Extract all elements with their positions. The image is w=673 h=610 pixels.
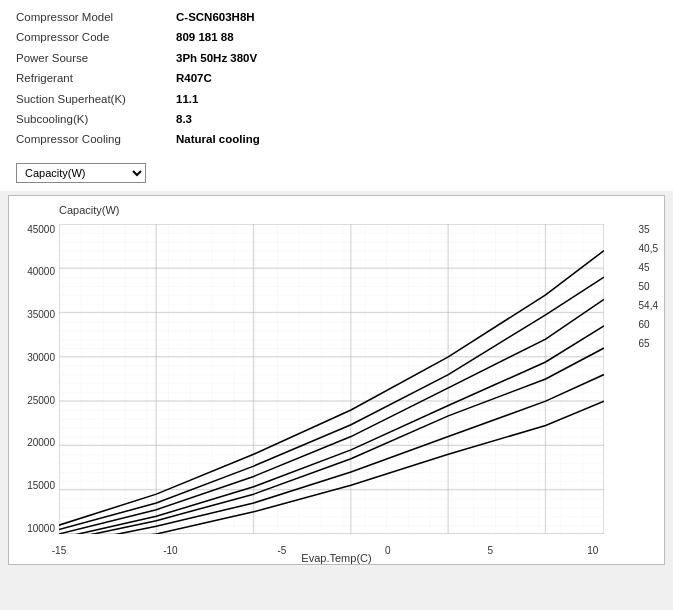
info-row-code: Compressor Code 809 181 88	[16, 28, 657, 46]
y-tick-20000: 20000	[27, 437, 55, 448]
y-tick-35000: 35000	[27, 309, 55, 320]
value-subcooling: 8.3	[176, 110, 192, 128]
label-power: Power Sourse	[16, 49, 176, 67]
x-axis-label: Evap.Temp(C)	[301, 552, 371, 564]
legend-35: 35	[639, 224, 658, 235]
legend-50: 50	[639, 281, 658, 292]
value-cooling: Natural cooling	[176, 130, 260, 148]
info-row-subcooling: Subcooling(K) 8.3	[16, 110, 657, 128]
legend-54.4: 54,4	[639, 300, 658, 311]
chart-container: Capacity(W) 45000 40000 35000 30000 2500…	[8, 195, 665, 565]
label-cooling: Compressor Cooling	[16, 130, 176, 148]
legend-60: 60	[639, 319, 658, 330]
chart-type-dropdown[interactable]: Capacity(W) Power Input(W) COP	[16, 163, 146, 183]
value-superheat: 11.1	[176, 90, 198, 108]
dropdown-row: Capacity(W) Power Input(W) COP	[0, 157, 673, 191]
y-tick-30000: 30000	[27, 352, 55, 363]
x-tick-0: 0	[385, 545, 391, 556]
legend-45: 45	[639, 262, 658, 273]
info-row-model: Compressor Model C-SCN603H8H	[16, 8, 657, 26]
label-superheat: Suction Superheat(K)	[16, 90, 176, 108]
legend-40.5: 40,5	[639, 243, 658, 254]
label-model: Compressor Model	[16, 8, 176, 26]
y-tick-15000: 15000	[27, 480, 55, 491]
label-code: Compressor Code	[16, 28, 176, 46]
info-row-cooling: Compressor Cooling Natural cooling	[16, 130, 657, 148]
label-subcooling: Subcooling(K)	[16, 110, 176, 128]
y-tick-10000: 10000	[27, 523, 55, 534]
y-tick-45000: 45000	[27, 224, 55, 235]
info-row-refrigerant: Refrigerant R407C	[16, 69, 657, 87]
chart-area	[59, 224, 604, 534]
legend-65: 65	[639, 338, 658, 349]
info-row-power: Power Sourse 3Ph 50Hz 380V	[16, 49, 657, 67]
chart-title: Capacity(W)	[59, 204, 120, 216]
y-tick-40000: 40000	[27, 266, 55, 277]
x-tick-5: 5	[488, 545, 494, 556]
x-tick-n15: -15	[52, 545, 66, 556]
value-refrigerant: R407C	[176, 69, 212, 87]
svg-rect-5	[59, 224, 604, 534]
x-tick-n10: -10	[163, 545, 177, 556]
label-refrigerant: Refrigerant	[16, 69, 176, 87]
value-code: 809 181 88	[176, 28, 234, 46]
info-row-superheat: Suction Superheat(K) 11.1	[16, 90, 657, 108]
x-tick-n5: -5	[277, 545, 286, 556]
value-model: C-SCN603H8H	[176, 8, 255, 26]
x-tick-10: 10	[587, 545, 598, 556]
value-power: 3Ph 50Hz 380V	[176, 49, 257, 67]
y-tick-25000: 25000	[27, 395, 55, 406]
info-table: Compressor Model C-SCN603H8H Compressor …	[0, 0, 673, 157]
chart-legend: 35 40,5 45 50 54,4 60 65	[639, 224, 658, 349]
